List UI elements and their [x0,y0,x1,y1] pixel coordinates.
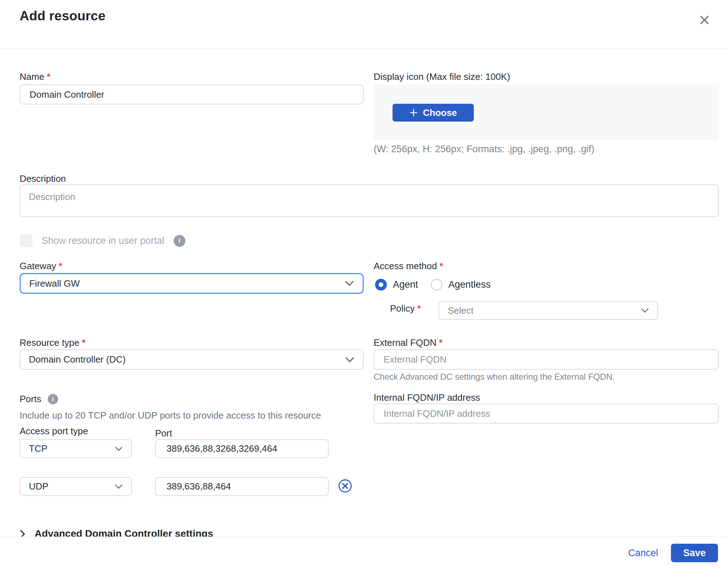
required-asterisk: * [47,71,50,82]
chevron-down-icon [345,281,354,286]
resource-type-label: Resource type* [20,337,86,348]
cancel-button[interactable]: Cancel [628,548,658,559]
port-input-tcp[interactable] [155,439,329,458]
chevron-down-icon [641,308,649,313]
remove-port-row-button[interactable] [337,478,354,495]
radio-agent[interactable] [375,279,387,291]
display-icon-panel: Choose [374,84,719,140]
ports-info-icon[interactable]: i [48,394,58,404]
radio-agent-label: Agent [393,279,418,290]
advanced-settings-toggle[interactable]: Advanced Domain Controller settings [20,528,340,537]
internal-fqdn-label: Internal FQDN/IP address [374,392,480,403]
advanced-settings-label: Advanced Domain Controller settings [35,528,213,537]
external-fqdn-input[interactable] [374,349,719,370]
chevron-right-icon [20,529,25,537]
page-title: Add resource [20,9,106,24]
chevron-down-icon [115,446,123,451]
close-icon [698,14,711,26]
required-asterisk: * [59,261,62,271]
x-circle-icon [337,478,353,494]
access-method-label: Access method* [374,261,443,272]
description-input[interactable] [20,184,719,217]
radio-agentless-label: Agentless [448,279,491,290]
required-asterisk: * [440,261,443,271]
header-divider [0,48,728,49]
description-label: Description [20,173,66,184]
save-button[interactable]: Save [671,544,718,562]
external-fqdn-label: External FQDN* [374,337,442,348]
radio-dot [379,282,383,287]
show-in-portal-label: Show resource in user portal [42,235,164,246]
access-port-type-label: Access port type [20,426,88,437]
internal-fqdn-input[interactable] [374,404,719,424]
name-label: Name* [20,71,50,82]
plus-icon [409,108,418,117]
close-button[interactable] [694,9,715,31]
display-icon-hint: (W: 256px, H: 256px; Formats: .jpg, .jpe… [374,144,594,155]
ports-label: Ports [20,394,41,405]
dialog-footer: Cancel Save [0,537,728,569]
required-asterisk: * [82,337,86,348]
ports-description: Include up to 20 TCP and/or UDP ports to… [20,410,321,421]
port-input-udp[interactable] [155,477,329,496]
port-type-select-udp[interactable]: UDP [20,477,132,496]
policy-label: Policy* [390,303,421,314]
radio-agentless[interactable] [431,279,442,291]
show-in-portal-checkbox[interactable] [20,234,32,247]
choose-icon-button[interactable]: Choose [393,104,474,122]
chevron-down-icon [115,484,123,489]
policy-select[interactable]: Select [439,301,658,320]
chevron-down-icon [345,357,354,363]
required-asterisk: * [439,337,442,348]
port-type-select-tcp[interactable]: TCP [20,439,132,458]
show-in-portal-info-icon[interactable]: i [174,235,185,247]
gateway-select[interactable]: Firewall GW [20,273,364,294]
display-icon-label: Display icon (Max file size: 100K) [374,71,510,82]
required-asterisk: * [417,303,421,314]
resource-type-select[interactable]: Domain Controller (DC) [20,349,364,370]
name-input[interactable] [20,84,364,104]
external-fqdn-helper: Check Advanced DC settings when altering… [374,372,615,382]
port-label: Port [155,428,172,439]
gateway-label: Gateway* [20,261,62,272]
